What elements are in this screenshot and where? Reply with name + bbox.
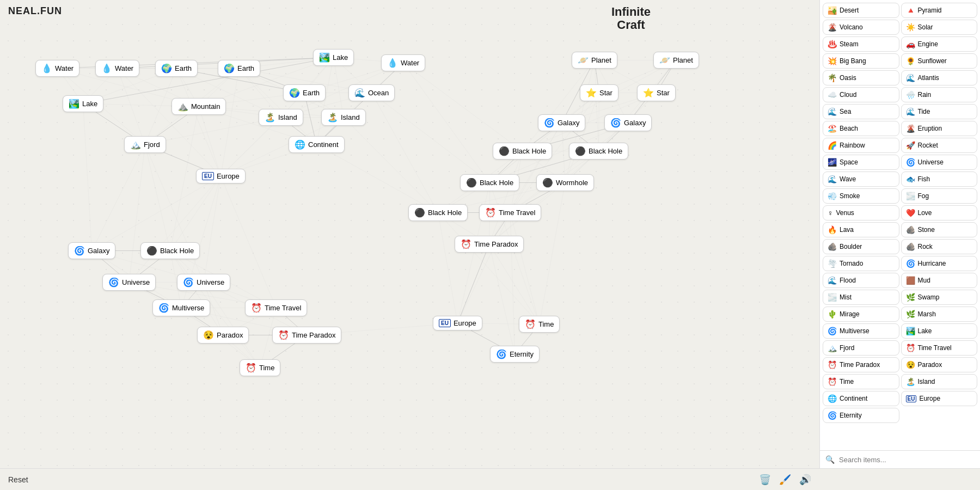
craft-node[interactable]: ⚫Wormhole <box>536 174 594 191</box>
sidebar-item[interactable]: 🌌Space <box>823 155 899 170</box>
sidebar-item[interactable]: 🐟Fish <box>901 171 978 187</box>
sidebar-item[interactable]: 🌊Tide <box>901 104 978 119</box>
craft-node[interactable]: 🌍Earth <box>155 60 198 77</box>
craft-node[interactable]: 🏝️Island <box>259 109 303 126</box>
sidebar-item[interactable]: 🌈Rainbow <box>823 138 899 153</box>
sidebar-item[interactable]: 🌀Eternity <box>823 408 899 423</box>
sidebar-item[interactable]: 🌀Hurricane <box>901 256 978 271</box>
sidebar-item[interactable]: ❤️Love <box>901 205 978 220</box>
sidebar-item[interactable]: ♀️Venus <box>823 205 899 220</box>
sidebar-item[interactable]: 🌫️Fog <box>901 188 978 204</box>
brush-icon[interactable]: 🖌️ <box>779 474 791 486</box>
craft-node[interactable]: ⏰Time Travel <box>479 204 541 221</box>
sidebar-item[interactable]: 🌋Eruption <box>901 121 978 136</box>
craft-node[interactable]: 🏞️Lake <box>63 95 103 112</box>
craft-node[interactable]: ⭐Star <box>580 84 618 101</box>
craft-node[interactable]: ⏰Time Paradox <box>272 327 341 344</box>
sidebar-item[interactable]: 🌿Swamp <box>901 290 978 305</box>
craft-node[interactable]: 🌀Galaxy <box>604 114 652 131</box>
craft-node[interactable]: 🌍Earth <box>218 60 260 77</box>
sidebar-item[interactable]: ⏰Time Paradox <box>823 357 899 372</box>
item-icon: 🏝️ <box>906 377 915 386</box>
sidebar-item[interactable]: 🔥Lava <box>823 222 899 237</box>
trash-icon[interactable]: 🗑️ <box>759 474 771 486</box>
sidebar-item[interactable]: 🌫️Mist <box>823 290 899 305</box>
craft-node[interactable]: ⏰Time Paradox <box>455 236 524 253</box>
craft-node[interactable]: ⭐Star <box>637 84 676 101</box>
craft-node[interactable]: 🌍Earth <box>283 84 326 101</box>
sidebar-item[interactable]: 🟫Mud <box>901 273 978 288</box>
sidebar-item[interactable]: 🚀Rocket <box>901 138 978 153</box>
sidebar-item[interactable]: 🌊Sea <box>823 104 899 119</box>
craft-node[interactable]: 🌀Galaxy <box>68 242 115 259</box>
craft-node[interactable]: 🌊Ocean <box>348 84 395 101</box>
craft-node[interactable]: 🌀Eternity <box>490 346 540 363</box>
craft-node[interactable]: ⏰Time <box>519 316 560 333</box>
sidebar-item[interactable]: 😵Paradox <box>901 357 978 372</box>
craft-node[interactable]: 🏝️Island <box>321 109 366 126</box>
sound-icon[interactable]: 🔊 <box>799 474 811 486</box>
sidebar-item[interactable]: 🌴Oasis <box>823 70 899 85</box>
craft-node[interactable]: 🌐Continent <box>289 136 345 153</box>
craft-node[interactable]: 🌀Galaxy <box>538 114 585 131</box>
sidebar-item[interactable]: ☀️Solar <box>901 20 978 35</box>
craft-node[interactable]: ⛰️Mountain <box>171 98 226 115</box>
svg-line-123 <box>595 60 599 151</box>
sidebar-item[interactable]: ♨️Steam <box>823 36 899 52</box>
sidebar-item[interactable]: 🏞️Lake <box>901 323 978 339</box>
craft-node[interactable]: 🏞️Lake <box>313 49 354 66</box>
sidebar-item[interactable]: 🌪️Tornado <box>823 256 899 271</box>
craft-node[interactable]: ⚫Black Hole <box>493 143 552 160</box>
sidebar-item[interactable]: 🌊Wave <box>823 171 899 187</box>
sidebar-item[interactable]: 🌊Atlantis <box>901 70 978 85</box>
sidebar-item[interactable]: 🌵Mirage <box>823 307 899 322</box>
craft-node[interactable]: EUEurope <box>433 316 482 330</box>
craft-canvas[interactable]: NEAL.FUN InfiniteCraft 💧Water💧Water🌍Eart… <box>0 0 819 468</box>
sidebar-item[interactable]: 🌧️Rain <box>901 87 978 102</box>
craft-node[interactable]: 🪐Planet <box>572 52 617 69</box>
craft-node[interactable]: 🪐Planet <box>653 52 699 69</box>
sidebar-item[interactable]: EUEurope <box>901 391 978 406</box>
craft-node[interactable]: ⚫Black Hole <box>569 143 628 160</box>
craft-node[interactable]: ⚫Black Hole <box>408 204 468 221</box>
sidebar-item[interactable]: ⏰Time Travel <box>901 340 978 356</box>
sidebar-item[interactable]: 🌐Continent <box>823 391 899 406</box>
sidebar-items-list[interactable]: 🏜️Desert🔺Pyramid🌋Volcano☀️Solar♨️Steam🚗E… <box>820 0 980 450</box>
craft-node[interactable]: ⚫Black Hole <box>460 174 519 191</box>
sidebar-item[interactable]: 🌋Volcano <box>823 20 899 35</box>
sidebar-item[interactable]: 🏖️Beach <box>823 121 899 136</box>
sidebar-item[interactable]: 🌀Multiverse <box>823 323 899 339</box>
craft-node[interactable]: 🏔️Fjord <box>124 136 166 153</box>
sidebar-item[interactable]: 💨Smoke <box>823 188 899 204</box>
craft-node[interactable]: ⚫Black Hole <box>140 242 200 259</box>
sidebar-item[interactable]: 🪨Boulder <box>823 239 899 254</box>
craft-node[interactable]: EUEurope <box>196 169 246 183</box>
craft-node[interactable]: 🌀Universe <box>177 274 230 291</box>
craft-node[interactable]: 💧Water <box>381 54 425 71</box>
sidebar-item[interactable]: 🪨Stone <box>901 222 978 237</box>
sidebar-item[interactable]: 🌀Universe <box>901 155 978 170</box>
sidebar-item[interactable]: 🔺Pyramid <box>901 3 978 18</box>
craft-node[interactable]: 💧Water <box>35 60 79 77</box>
craft-node[interactable]: 💧Water <box>95 60 139 77</box>
sidebar-item[interactable]: 🌊Flood <box>823 273 899 288</box>
craft-node[interactable]: 🌀Multiverse <box>152 299 210 316</box>
reset-button[interactable]: Reset <box>8 475 28 484</box>
search-bar[interactable]: 🔍 <box>820 450 980 468</box>
sidebar-item[interactable]: 💥Big Bang <box>823 53 899 69</box>
craft-node[interactable]: 😵Paradox <box>197 327 249 344</box>
sidebar-item[interactable]: 🏔️Fjord <box>823 340 899 356</box>
sidebar-item[interactable]: 🏝️Island <box>901 374 978 389</box>
svg-line-130 <box>403 63 523 151</box>
sidebar-item[interactable]: ☁️Cloud <box>823 87 899 102</box>
sidebar-item[interactable]: 🏜️Desert <box>823 3 899 18</box>
sidebar-item[interactable]: 🌿Marsh <box>901 307 978 322</box>
craft-node[interactable]: ⏰Time <box>240 359 280 376</box>
craft-node[interactable]: 🌀Universe <box>102 274 156 291</box>
sidebar-item[interactable]: 🚗Engine <box>901 36 978 52</box>
sidebar-item[interactable]: ⏰Time <box>823 374 899 389</box>
search-input[interactable] <box>839 456 975 464</box>
craft-node[interactable]: ⏰Time Travel <box>245 299 307 316</box>
sidebar-item[interactable]: 🌻Sunflower <box>901 53 978 69</box>
sidebar-item[interactable]: 🪨Rock <box>901 239 978 254</box>
